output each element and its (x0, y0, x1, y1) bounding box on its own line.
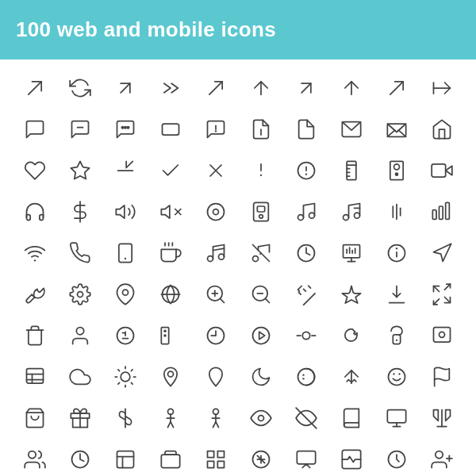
transfer-icon[interactable] (419, 397, 464, 439)
arrow-top-right-icon[interactable] (374, 67, 419, 109)
hand-pointer-icon[interactable] (283, 315, 328, 356)
wrench-icon[interactable] (12, 274, 57, 315)
heart-icon[interactable] (12, 150, 57, 191)
monitor-icon[interactable] (328, 397, 374, 439)
chat-icon[interactable] (57, 109, 102, 150)
eye-slash-icon[interactable] (238, 397, 283, 439)
stopwatch-icon[interactable] (57, 439, 102, 476)
play-icon[interactable] (193, 315, 238, 356)
lightbulb-icon[interactable] (374, 232, 419, 274)
mobile-icon[interactable] (102, 232, 148, 274)
volume-icon[interactable] (102, 191, 148, 232)
table-icon[interactable] (193, 439, 238, 476)
wifi-icon[interactable] (12, 232, 57, 274)
star-icon[interactable] (57, 150, 102, 191)
phone-icon[interactable] (57, 232, 102, 274)
woman-icon[interactable] (148, 397, 193, 439)
broken-tool-icon[interactable] (238, 232, 283, 274)
eye-icon[interactable] (193, 397, 238, 439)
arrow-northeast-icon[interactable] (283, 67, 328, 109)
pause-icon[interactable] (102, 315, 148, 356)
double-arrow-right-icon[interactable] (148, 67, 193, 109)
battery-icon[interactable] (328, 150, 374, 191)
speaker-icon[interactable] (238, 191, 283, 232)
arrow-up-right-icon[interactable] (102, 67, 148, 109)
music-notes-icon[interactable] (328, 191, 374, 232)
key-icon[interactable] (238, 315, 283, 356)
music-note-icon[interactable] (283, 191, 328, 232)
camera-icon[interactable] (374, 150, 419, 191)
pencil-icon[interactable] (283, 356, 328, 397)
location-icon[interactable] (102, 274, 148, 315)
arrow-diagonal-icon[interactable] (193, 67, 238, 109)
sun-icon[interactable] (57, 356, 102, 397)
video-icon[interactable] (419, 150, 464, 191)
arrow-up-bold-icon[interactable] (328, 67, 374, 109)
headset-icon[interactable] (12, 191, 57, 232)
refresh-icon[interactable] (57, 67, 102, 109)
gift-icon[interactable] (57, 397, 102, 439)
man-icon[interactable] (102, 397, 148, 439)
alert-bubble-icon[interactable] (193, 109, 238, 150)
exclamation-icon[interactable] (238, 150, 283, 191)
book-icon[interactable] (283, 397, 328, 439)
megaphone-icon[interactable] (419, 232, 464, 274)
download-icon[interactable] (328, 274, 374, 315)
fast-forward-icon[interactable] (57, 315, 102, 356)
person-circle-icon[interactable] (238, 356, 283, 397)
forward-icon[interactable] (238, 67, 283, 109)
flag-icon[interactable] (419, 356, 464, 397)
bird-icon[interactable] (328, 315, 374, 356)
basket-icon[interactable] (12, 397, 57, 439)
guitar-icon[interactable] (193, 232, 238, 274)
question-icon[interactable] (283, 150, 328, 191)
clock-icon[interactable] (148, 315, 193, 356)
cloud-icon[interactable] (12, 356, 57, 397)
bar-chart-icon[interactable] (419, 191, 464, 232)
at-sign-icon[interactable] (328, 356, 374, 397)
arrow-lines-icon[interactable] (419, 67, 464, 109)
time-icon[interactable] (12, 439, 57, 476)
user-icon[interactable] (12, 315, 57, 356)
smiley-icon[interactable] (374, 356, 419, 397)
zoom-in-icon[interactable] (193, 274, 238, 315)
alarm-icon[interactable] (283, 232, 328, 274)
shield-icon[interactable] (374, 439, 419, 476)
moon-icon[interactable] (193, 356, 238, 397)
open-lock-icon[interactable] (419, 315, 464, 356)
lock-icon[interactable] (374, 315, 419, 356)
open-envelope-icon[interactable] (374, 109, 419, 150)
equalizer-icon[interactable] (374, 191, 419, 232)
comment-icon[interactable] (148, 109, 193, 150)
briefcase-icon[interactable] (148, 439, 193, 476)
checkmark-icon[interactable] (148, 150, 193, 191)
settings-icon[interactable] (57, 274, 102, 315)
disc-icon[interactable] (193, 191, 238, 232)
calendar-icon[interactable] (283, 439, 328, 476)
close-icon[interactable] (193, 150, 238, 191)
lightning-icon[interactable] (102, 150, 148, 191)
dollar-icon[interactable] (238, 439, 283, 476)
envelope-icon[interactable] (328, 109, 374, 150)
image-icon[interactable] (102, 439, 148, 476)
calculator-icon[interactable] (328, 232, 374, 274)
home-icon[interactable] (419, 109, 464, 150)
paperclip-icon[interactable] (283, 274, 328, 315)
document-icon[interactable] (238, 109, 283, 150)
drop-outline-icon[interactable] (148, 356, 193, 397)
mute-icon[interactable] (148, 191, 193, 232)
hourglass-icon[interactable] (374, 397, 419, 439)
microphone-icon[interactable] (57, 191, 102, 232)
globe-icon[interactable] (148, 274, 193, 315)
trash-icon[interactable] (419, 274, 464, 315)
drop-icon[interactable] (102, 356, 148, 397)
file-icon[interactable] (283, 109, 328, 150)
trophy-icon[interactable] (328, 439, 374, 476)
plug-icon[interactable] (148, 232, 193, 274)
forward-screen-icon[interactable] (374, 274, 419, 315)
arrow-right-icon[interactable] (12, 67, 57, 109)
zoom-out-icon[interactable] (238, 274, 283, 315)
speech-bubble-icon[interactable] (12, 109, 57, 150)
chat-dots-icon[interactable] (102, 109, 148, 150)
newspaper-icon[interactable] (419, 439, 464, 476)
